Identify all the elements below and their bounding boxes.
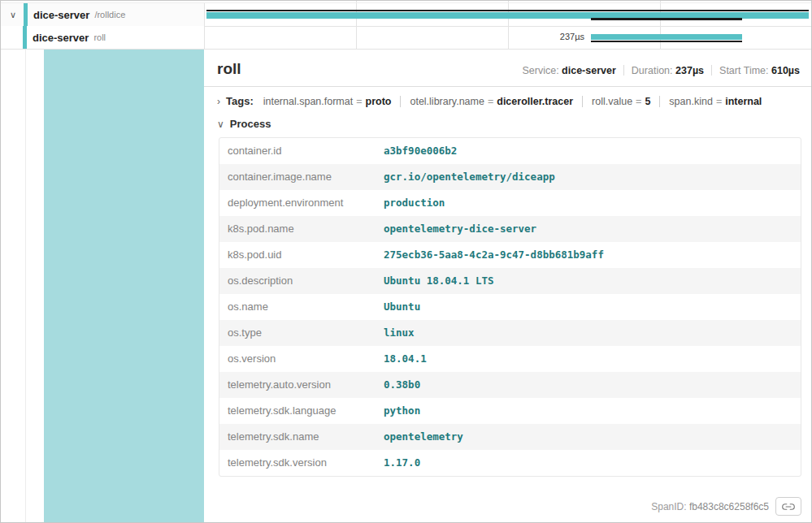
span-id-value: fb483c8c6258f6c5 <box>689 501 769 512</box>
span-color-strip <box>24 3 28 26</box>
table-row: os.descriptionUbuntu 18.04.1 LTS <box>219 268 801 294</box>
child-span-overlay <box>591 18 742 20</box>
tag-key: otel.library.name <box>410 96 484 107</box>
meta-separator <box>623 65 624 76</box>
equals-sign: = <box>636 96 641 107</box>
span-bar-rolldice[interactable] <box>206 12 809 19</box>
span-color-strip <box>23 26 27 49</box>
tag-item: otel.library.name = diceroller.tracer <box>410 96 573 107</box>
process-label: Process <box>230 118 271 130</box>
table-row: container.ida3bf90e006b2 <box>219 138 801 164</box>
table-row: deployment.environmentproduction <box>219 190 801 216</box>
process-value: a3bf90e006b2 <box>376 138 801 164</box>
process-key: os.version <box>219 346 376 372</box>
tags-section-header[interactable]: › Tags: internal.span.format = proto ote… <box>217 95 800 107</box>
service-name: dice-server <box>33 32 89 44</box>
span-row-rolldice[interactable]: ∨ dice-server /rolldice <box>1 2 811 27</box>
process-key: telemetry.auto.version <box>219 372 376 398</box>
table-row: telemetry.sdk.version1.17.0 <box>219 450 801 476</box>
span-name-cell[interactable]: dice-server roll <box>1 26 205 49</box>
table-row: container.image.namegcr.io/opentelemetry… <box>219 164 801 190</box>
process-section-header[interactable]: ∨ Process <box>217 118 800 130</box>
process-value: gcr.io/opentelemetry/diceapp <box>376 164 801 190</box>
equals-sign: = <box>716 96 722 107</box>
process-key: deployment.environment <box>219 190 376 216</box>
process-key-value-table: container.ida3bf90e006b2 container.image… <box>219 137 801 477</box>
process-key: container.image.name <box>219 164 376 190</box>
tag-value: diceroller.tracer <box>497 96 573 107</box>
process-value: opentelemetry-dice-server <box>376 216 801 242</box>
process-value: Ubuntu 18.04.1 LTS <box>376 268 801 294</box>
span-overlay-line <box>591 41 742 42</box>
process-value: Ubuntu <box>376 294 801 320</box>
chevron-right-icon: › <box>217 96 220 107</box>
span-id-label: SpanID: <box>651 501 686 512</box>
process-key: os.name <box>219 294 376 320</box>
deep-link-button[interactable] <box>775 497 801 516</box>
span-id: SpanID: fb483c8c6258f6c5 <box>651 501 769 512</box>
start-time-value: 610µs <box>771 65 800 76</box>
tag-separator <box>400 96 401 107</box>
duration-value: 237µs <box>675 65 704 76</box>
operation-name: /rolldice <box>94 10 125 19</box>
process-value: 18.04.1 <box>376 346 801 372</box>
tag-key: roll.value <box>592 96 632 107</box>
table-row: telemetry.sdk.nameopentelemetry <box>219 424 801 450</box>
span-detail-panel: roll Service: dice-serverDuration: 237µs… <box>204 50 811 522</box>
process-value: opentelemetry <box>376 424 801 450</box>
span-bar-lane <box>204 3 811 26</box>
detail-footer: SpanID: fb483c8c6258f6c5 <box>651 497 801 516</box>
duration-label: Duration: <box>632 65 673 76</box>
tag-key: internal.span.format <box>263 96 353 107</box>
process-value: linux <box>376 320 801 346</box>
process-key: k8s.pod.name <box>219 216 376 242</box>
process-key: os.type <box>219 320 376 346</box>
span-duration-label: 237µs <box>519 32 584 41</box>
table-row: os.typelinux <box>219 320 801 346</box>
process-value: production <box>376 190 801 216</box>
tag-value: internal <box>725 96 762 107</box>
operation-name: roll <box>93 32 106 42</box>
process-key: telemetry.sdk.language <box>219 398 376 424</box>
process-key: os.description <box>219 268 376 294</box>
table-row: os.nameUbuntu <box>219 294 801 320</box>
process-key: telemetry.sdk.name <box>219 424 376 450</box>
tag-item: roll.value = 5 <box>592 96 650 107</box>
tag-item: span.kind = internal <box>669 96 762 107</box>
tags-label: Tags: <box>226 95 254 107</box>
table-row: k8s.pod.nameopentelemetry-dice-server <box>219 216 801 242</box>
span-bar-lane: 237µs <box>204 26 811 49</box>
tag-key: span.kind <box>669 96 713 107</box>
tag-value: 5 <box>645 96 650 107</box>
span-name-cell[interactable]: ∨ dice-server /rolldice <box>1 3 205 26</box>
table-row: telemetry.sdk.languagepython <box>219 398 801 424</box>
equals-sign: = <box>356 96 362 107</box>
service-value: dice-server <box>562 65 616 76</box>
header-divider <box>204 86 811 87</box>
tag-item: internal.span.format = proto <box>263 96 392 107</box>
selected-span-color-block[interactable] <box>44 50 204 522</box>
process-key: container.id <box>219 138 376 164</box>
jaeger-trace-detail-view: ∨ dice-server /rolldice dice-server roll… <box>0 0 812 523</box>
span-bar-roll[interactable] <box>591 34 742 40</box>
service-label: Service: <box>522 65 558 76</box>
span-meta: Service: dice-serverDuration: 237µsStart… <box>522 65 800 76</box>
table-row: telemetry.auto.version0.38b0 <box>219 372 801 398</box>
link-icon <box>782 503 795 511</box>
tag-separator <box>582 96 583 107</box>
process-value: 1.17.0 <box>376 450 801 476</box>
span-title: roll <box>217 60 241 78</box>
meta-separator <box>711 65 712 76</box>
start-time-label: Start Time: <box>719 65 768 76</box>
tag-separator <box>659 96 660 107</box>
detail-header: roll Service: dice-serverDuration: 237µs… <box>217 60 800 78</box>
collapse-chevron-icon[interactable]: ∨ <box>8 10 18 20</box>
process-value: 0.38b0 <box>376 372 801 398</box>
tag-value: proto <box>366 96 392 107</box>
equals-sign: = <box>488 96 493 107</box>
table-row: os.version18.04.1 <box>219 346 801 372</box>
service-name: dice-server <box>33 9 89 21</box>
chevron-down-icon: ∨ <box>217 119 224 130</box>
span-row-roll[interactable]: dice-server roll 237µs <box>1 26 811 50</box>
process-key: telemetry.sdk.version <box>219 450 376 476</box>
